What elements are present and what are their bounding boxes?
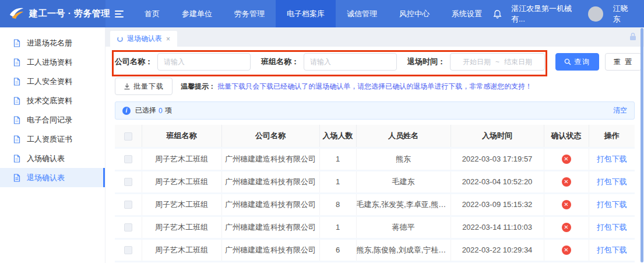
exit-time-range-input[interactable]: 开始日期 ~ 结束日期 <box>450 53 545 71</box>
nav-item-5[interactable]: 诚信管理 <box>336 0 388 27</box>
reset-button[interactable]: 重 置 <box>605 53 642 71</box>
select-all-checkbox[interactable] <box>124 132 132 141</box>
nav-item-3[interactable]: 劳务管理 <box>223 0 276 27</box>
status-cell: ✕ <box>544 148 589 170</box>
row-checkbox[interactable] <box>124 201 132 209</box>
table-row: 周子艺木工班组广州穗建建造科技有限公司1熊东2022-03-03 17:19:5… <box>115 148 635 170</box>
sidebar-item-2[interactable]: 工人进场资料 <box>0 52 105 72</box>
row-select-cell <box>115 193 142 216</box>
package-download-link[interactable]: 打包下载 <box>597 200 627 209</box>
loading-spinner-icon <box>117 36 123 42</box>
reset-button-label: 重 置 <box>614 57 633 67</box>
column-header-1: 班组名称 <box>142 125 221 148</box>
clear-selection-link[interactable]: 清空 <box>613 106 627 115</box>
company-cell: 广州穗建建造科技有限公司 <box>221 170 319 193</box>
top-navbar: 建工一号 · 劳务管理 首页参建单位劳务管理电子档案库诚信管理风控中心系统设置 … <box>0 0 644 27</box>
unconfirmed-status-icon: ✕ <box>562 155 571 164</box>
company-cell: 广州穗建建造科技有限公司 <box>221 148 319 170</box>
company-cell: 广州穗建建造科技有限公司 <box>221 216 319 239</box>
status-cell: ✕ <box>544 239 589 261</box>
row-select-cell <box>115 170 142 193</box>
row-checkbox[interactable] <box>124 178 132 186</box>
username[interactable]: 江晓东 <box>613 3 634 24</box>
count-cell: 1 <box>319 170 356 193</box>
names-cell: 毛建东 <box>356 170 451 193</box>
count-cell: 1 <box>319 216 356 239</box>
sidebar-item-label: 工人资质证书 <box>27 134 72 145</box>
download-icon <box>124 83 131 90</box>
sidebar-item-6[interactable]: 工人资质证书 <box>0 129 105 149</box>
package-download-link[interactable]: 打包下载 <box>597 177 627 186</box>
package-download-link[interactable]: 打包下载 <box>597 155 627 163</box>
tip-text: 批量下载只会下载已经确认了的退场确认单，请您选择已确认的退场单进行下载，非常感谢… <box>217 82 532 90</box>
app-title: 建工一号 · 劳务管理 <box>29 8 110 19</box>
row-checkbox[interactable] <box>124 223 132 232</box>
column-header-4: 人员姓名 <box>356 125 451 148</box>
sidebar-item-label: 工人进场资料 <box>27 57 72 68</box>
nav-item-1[interactable]: 首页 <box>133 0 171 27</box>
end-date-placeholder: 结束日期 <box>504 57 532 67</box>
sidebar-item-4[interactable]: 技术交底资料 <box>0 91 105 110</box>
names-cell: 熊东,陈俊翰,刘成章,宁桂成,... <box>356 239 451 261</box>
tip-message: 温馨提示： 批量下载只会下载已经确认了的退场确认单，请您选择已确认的退场单进行下… <box>181 82 532 92</box>
column-header-5: 入场时间 <box>451 125 544 148</box>
count-cell: 1 <box>319 148 356 170</box>
lock-icon[interactable] <box>629 32 637 43</box>
unconfirmed-status-icon: ✕ <box>562 223 571 232</box>
team-cell: 周子艺木工班组 <box>142 148 221 170</box>
main-nav: 首页参建单位劳务管理电子档案库诚信管理风控中心系统设置 <box>133 0 493 27</box>
nav-item-2[interactable]: 参建单位 <box>171 0 223 27</box>
avatar[interactable] <box>588 6 603 22</box>
nav-item-4[interactable]: 电子档案库 <box>276 0 336 27</box>
names-cell: 毛建东,张发英,李卓亚,熊东,... <box>356 193 451 216</box>
exit-time-label: 退场时间： <box>407 57 445 67</box>
company-cell: 广州穗建建造科技有限公司 <box>221 239 319 261</box>
doc-icon <box>13 174 21 182</box>
sidebar-item-8[interactable]: 退场确认表 <box>0 168 105 187</box>
action-cell: 打包下载 <box>589 170 635 193</box>
column-header-6: 确认状态 <box>544 125 589 148</box>
swoosh-logo-icon <box>8 6 24 22</box>
tip-label: 温馨提示： <box>181 82 216 90</box>
team-name-input[interactable] <box>304 53 397 71</box>
tab-close-icon[interactable]: × <box>166 35 170 43</box>
selection-count: 0 <box>159 107 163 115</box>
sidebar-item-5[interactable]: 电子合同记录 <box>0 110 105 129</box>
collapse-menu-icon[interactable] <box>105 0 133 27</box>
date-range-separator: ~ <box>495 58 499 66</box>
team-cell: 周子艺木工班组 <box>142 170 221 193</box>
company-name-input[interactable] <box>157 53 251 71</box>
bell-icon[interactable] <box>493 9 502 19</box>
sidebar-item-1[interactable]: 进退场花名册 <box>0 33 105 52</box>
batch-download-label: 批量下载 <box>133 82 164 92</box>
sidebar-item-7[interactable]: 入场确认表 <box>0 149 105 168</box>
search-button[interactable]: 查询 <box>555 53 599 71</box>
search-icon <box>564 58 571 65</box>
row-checkbox[interactable] <box>124 246 132 254</box>
sidebar-item-label: 进退场花名册 <box>27 38 72 48</box>
row-checkbox[interactable] <box>124 155 132 163</box>
time-cell: 2022-03-22 10:29:34 <box>451 239 544 261</box>
tenant-name[interactable]: 湛江农垦第一机械有... <box>511 3 579 24</box>
sidebar-item-label: 工人安全资料 <box>27 76 72 87</box>
nav-item-6[interactable]: 风控中心 <box>388 0 441 27</box>
team-name-label: 班组名称： <box>261 57 299 67</box>
package-download-link[interactable]: 打包下载 <box>597 246 627 254</box>
navbar-right: 湛江农垦第一机械有... 江晓东 <box>493 0 644 27</box>
doc-icon <box>13 58 21 66</box>
batch-download-button[interactable]: 批量下载 <box>115 78 173 95</box>
info-icon: i <box>122 107 131 115</box>
company-cell: 广州穗建建造科技有限公司 <box>221 193 319 216</box>
count-cell: 6 <box>319 239 356 261</box>
content-panel: 公司名称： 班组名称： 退场时间： 开始日期 ~ 结束日期 <box>105 47 644 263</box>
row-select-cell <box>115 148 142 170</box>
start-date-placeholder: 开始日期 <box>463 57 491 67</box>
team-cell: 周子艺木工班组 <box>142 216 221 239</box>
vertical-scrollbar[interactable] <box>641 28 643 262</box>
nav-item-7[interactable]: 系统设置 <box>441 0 493 27</box>
package-download-link[interactable]: 打包下载 <box>597 223 627 232</box>
tab-exit-confirmation[interactable]: 退场确认表 × <box>110 31 177 47</box>
time-cell: 2022-03-09 15:15:32 <box>451 193 544 216</box>
sidebar-item-3[interactable]: 工人安全资料 <box>0 72 105 91</box>
action-cell: 打包下载 <box>589 239 635 261</box>
